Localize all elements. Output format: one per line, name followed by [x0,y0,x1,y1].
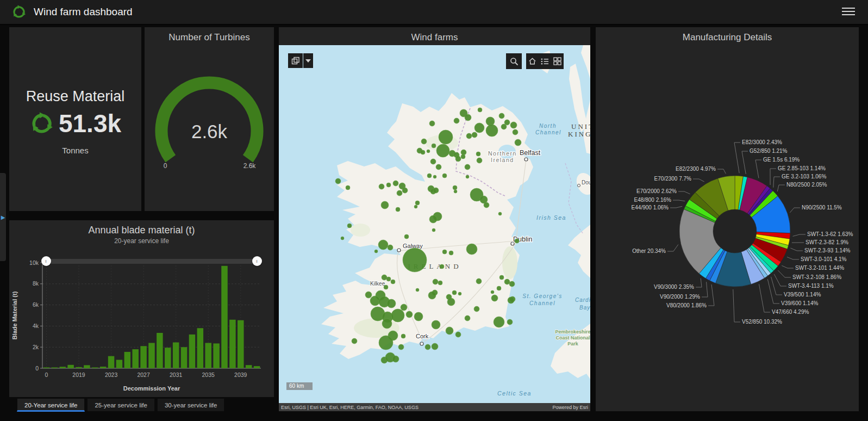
wind-farm-marker[interactable] [416,288,419,292]
wind-farm-marker[interactable] [432,144,436,148]
wind-farm-marker[interactable] [425,344,430,350]
wind-farm-marker[interactable] [388,245,393,250]
wind-farm-marker[interactable] [421,150,425,154]
wind-farm-marker[interactable] [392,356,399,362]
wind-farm-marker[interactable] [446,327,453,335]
wind-farm-marker[interactable] [465,164,470,170]
wind-farm-marker[interactable] [499,275,504,280]
bar-2040[interactable] [246,365,252,368]
range-slider-handle-left[interactable]: ‖ [41,256,51,266]
wind-farm-marker[interactable] [442,250,447,254]
bar-2027[interactable] [140,346,147,368]
map-home-button[interactable] [526,53,539,69]
wind-farm-marker[interactable] [341,237,344,240]
bar-2029[interactable] [157,333,163,368]
wind-farm-marker[interactable] [433,279,438,284]
year-range-slider-track[interactable] [45,259,260,264]
bar-2024[interactable] [116,360,123,368]
wind-farm-marker[interactable] [382,319,392,329]
wind-farm-marker[interactable] [391,280,395,284]
wind-farm-marker[interactable] [513,129,518,135]
wind-farm-marker[interactable] [466,133,472,139]
wind-farm-marker[interactable] [335,178,341,184]
bar-2030[interactable] [165,348,171,368]
wind-farm-marker[interactable] [510,122,517,128]
wind-farm-marker[interactable] [455,332,461,337]
wind-farm-marker[interactable] [398,344,404,350]
wind-farm-marker[interactable] [347,224,352,228]
bar-2022[interactable] [100,367,107,368]
wind-farm-marker[interactable] [429,121,435,126]
basemap-gallery-button[interactable] [288,53,303,68]
bar-2026[interactable] [132,349,139,368]
wind-farm-marker[interactable] [499,113,504,119]
wind-farm-marker[interactable] [374,250,378,253]
wind-farm-marker[interactable] [453,185,457,190]
wind-farm-marker[interactable] [402,188,408,193]
map-legend-button[interactable] [539,53,551,69]
wind-farm-marker[interactable] [454,118,459,123]
wind-farm-marker[interactable] [429,215,437,223]
wind-farm-marker[interactable] [432,320,440,329]
bar-2023[interactable] [108,356,115,368]
wind-farm-marker[interactable] [494,317,504,327]
tab-20-year-service-life[interactable]: 20-Year service life [17,398,85,412]
bar-2034[interactable] [197,328,204,368]
hamburger-menu-icon[interactable] [842,8,855,16]
wind-farm-marker[interactable] [384,285,388,289]
tab-30-year-service-life[interactable]: 30-year service life [157,398,225,411]
wind-farm-marker[interactable] [442,174,447,178]
bar-2016[interactable] [52,368,58,369]
wind-farm-marker[interactable] [379,336,393,350]
bar-2020[interactable] [84,365,90,368]
wind-farm-marker[interactable] [427,150,430,153]
wind-farm-marker[interactable] [465,114,471,121]
wind-farm-marker[interactable] [466,175,469,178]
map-canvas[interactable]: UNITED KINGDOM IRELAND North Channel Iri… [279,45,590,403]
bar-2038[interactable] [229,320,236,368]
wind-farm-marker[interactable] [507,319,513,325]
wind-farm-marker[interactable] [379,184,384,189]
bar-2035[interactable] [205,343,211,368]
basemap-dropdown-button[interactable] [303,53,313,68]
wind-farm-marker[interactable] [403,248,427,272]
wind-farm-marker[interactable] [391,309,404,322]
wind-farm-marker[interactable] [478,108,482,112]
wind-farm-marker[interactable] [346,185,350,190]
bar-2032[interactable] [181,347,188,368]
wind-farm-marker[interactable] [474,306,479,312]
tab-25-year-service-life[interactable]: 25-year service life [87,398,155,411]
wind-farm-marker[interactable] [415,201,420,205]
wind-farm-marker[interactable] [381,201,389,209]
wind-farm-marker[interactable] [401,304,407,311]
bar-2019[interactable] [76,367,82,368]
wind-farm-marker[interactable] [504,279,510,284]
wind-farm-marker[interactable] [433,175,436,178]
wind-farm-marker[interactable] [455,156,461,162]
wind-farm-marker[interactable] [436,164,441,170]
wind-farm-marker[interactable] [427,174,432,178]
sidebar-expander[interactable]: ▶ [0,173,6,261]
wind-farm-marker[interactable] [432,343,438,350]
bar-2037[interactable] [221,266,228,368]
bar-0[interactable] [43,368,50,369]
wind-farm-marker[interactable] [484,202,489,208]
wind-farm-marker[interactable] [447,298,455,306]
wind-farm-marker[interactable] [498,212,502,215]
bar-2018[interactable] [67,365,74,368]
wind-farm-marker[interactable] [439,130,453,144]
wind-farm-marker[interactable] [430,159,436,164]
wind-farm-marker[interactable] [378,240,388,250]
map-layers-button[interactable] [551,53,564,69]
wind-farm-marker[interactable] [404,234,409,239]
wind-farm-marker[interactable] [476,152,480,156]
wind-farm-marker[interactable] [461,150,466,155]
wind-farm-marker[interactable] [477,158,482,163]
wind-farm-marker[interactable] [393,181,398,186]
wind-farm-marker[interactable] [406,311,413,318]
wind-farm-marker[interactable] [414,205,417,208]
bar-2025[interactable] [124,352,131,368]
wind-farm-marker[interactable] [472,132,477,138]
wind-farm-marker[interactable] [486,117,495,126]
wind-farm-marker[interactable] [458,292,461,295]
